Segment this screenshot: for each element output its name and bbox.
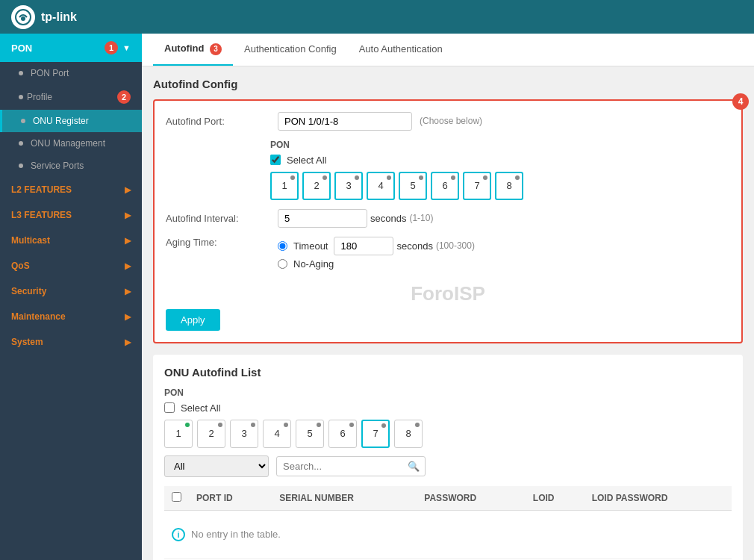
sidebar-category-maintenance-label: Maintenance	[11, 311, 66, 322]
interval-hint: (1-10)	[409, 213, 433, 223]
select-all-row: Select All	[270, 155, 730, 166]
sidebar-category-system[interactable]: System ▶	[0, 329, 142, 355]
pon-btn-7[interactable]: 7	[463, 172, 491, 200]
autofind-interval-input[interactable]	[278, 209, 367, 228]
autofind-port-input[interactable]	[278, 112, 412, 131]
pon-btn-8[interactable]: 8	[495, 172, 523, 200]
select-all-label: Select All	[287, 155, 326, 166]
autofind-port-label: Autofind Port:	[166, 116, 270, 127]
filter-select[interactable]: All	[164, 455, 269, 477]
search-icon: 🔍	[408, 461, 420, 472]
tab-auth-config-label: Authentication Config	[244, 43, 337, 55]
timeout-unit: seconds	[396, 240, 432, 252]
table-no-entry-row: i No entry in the table.	[164, 510, 732, 559]
onu-pon-btn-2[interactable]: 2	[197, 420, 225, 448]
sidebar-badge-pon: 1	[105, 41, 118, 55]
pon-buttons-group: 1 2 3 4 5 6 7 8	[270, 172, 730, 200]
onu-pon-btn-8[interactable]: 8	[394, 420, 423, 448]
autofind-config-title: Autofind Config	[153, 78, 743, 90]
sidebar-category-l3-label: L3 FEATURES	[11, 210, 72, 220]
sidebar-group-pon-label: PON	[11, 43, 32, 54]
svg-point-1	[21, 16, 25, 21]
header: tp-link	[0, 0, 754, 34]
l3-chevron-icon: ▶	[125, 211, 131, 220]
autofind-config-box: 4 Autofind Port: (Choose below) PON Sele…	[153, 99, 743, 343]
autofind-interval-row: Autofind Interval: seconds (1-10)	[166, 209, 730, 228]
onu-pon-buttons: 1 2 3 4 5 6 7 8	[164, 420, 732, 448]
onu-list-section: ONU Autofind List PON Select All 1 2 3 4…	[153, 355, 743, 561]
sidebar-category-multicast[interactable]: Multicast ▶	[0, 228, 142, 253]
sidebar-category-l2-label: L2 FEATURES	[11, 184, 72, 195]
search-wrap: 🔍	[276, 456, 426, 476]
pon-btn-1[interactable]: 1	[270, 172, 299, 200]
system-chevron-icon: ▶	[125, 337, 131, 347]
sidebar-item-onu-register-label: ONU Register	[33, 116, 89, 126]
tab-autofind[interactable]: Autofind 3	[153, 34, 233, 66]
pon-btn-3[interactable]: 3	[334, 172, 363, 200]
watermark-area: ForoISP	[166, 279, 730, 309]
pon-btn-2[interactable]: 2	[302, 172, 331, 200]
no-aging-label: No-Aging	[293, 258, 334, 270]
onu-pon-btn-4[interactable]: 4	[263, 420, 291, 448]
no-aging-radio[interactable]	[278, 259, 287, 269]
sidebar-category-security[interactable]: Security ▶	[0, 279, 142, 304]
aging-time-label: Aging Time:	[166, 237, 270, 248]
tab-auto-auth[interactable]: Auto Authentication	[348, 34, 454, 65]
onu-pon-btn-7[interactable]: 7	[361, 420, 390, 448]
table-select-all-checkbox[interactable]	[172, 492, 181, 502]
table-header-row: PORT ID SERIAL NUMBER PASSWORD LOID LOID…	[164, 486, 732, 511]
tab-auth-config[interactable]: Authentication Config	[233, 34, 348, 65]
onu-pon-btn-1[interactable]: 1	[164, 420, 193, 448]
timeout-radio[interactable]	[278, 241, 287, 251]
onu-select-all-checkbox[interactable]	[164, 402, 175, 413]
col-password: PASSWORD	[417, 486, 525, 511]
onu-pon-btn-6[interactable]: 6	[328, 420, 357, 448]
sidebar-category-l3[interactable]: L3 FEATURES ▶	[0, 202, 142, 228]
pon-btn-6[interactable]: 6	[431, 172, 459, 200]
bullet-icon	[19, 164, 23, 168]
sidebar-item-pon-port[interactable]: PON Port	[0, 62, 142, 84]
bullet-icon	[19, 71, 23, 75]
l2-chevron-icon: ▶	[125, 185, 131, 195]
sidebar-item-onu-management[interactable]: ONU Management	[0, 132, 142, 155]
sidebar-item-onu-management-label: ONU Management	[31, 138, 105, 149]
sidebar-item-profile[interactable]: Profile 2	[0, 84, 142, 110]
onu-pon-label: PON	[164, 388, 732, 398]
security-chevron-icon: ▶	[125, 287, 131, 296]
timeout-row: Timeout seconds (100-300)	[278, 237, 475, 255]
timeout-input[interactable]	[334, 237, 393, 255]
onu-table: PORT ID SERIAL NUMBER PASSWORD LOID LOID…	[164, 486, 732, 559]
multicast-chevron-icon: ▶	[125, 236, 131, 246]
config-box-badge: 4	[732, 93, 749, 110]
interval-unit: seconds	[370, 213, 406, 224]
logo: tp-link	[11, 5, 77, 29]
select-all-checkbox[interactable]	[270, 155, 281, 165]
timeout-label: Timeout	[293, 240, 328, 252]
sidebar-category-l2[interactable]: L2 FEATURES ▶	[0, 177, 142, 202]
sidebar-item-service-ports[interactable]: Service Ports	[0, 155, 142, 177]
onu-pon-btn-5[interactable]: 5	[296, 420, 324, 448]
pon-btn-5[interactable]: 5	[399, 172, 427, 200]
bullet-icon	[19, 141, 23, 146]
no-aging-row: No-Aging	[278, 258, 475, 270]
sidebar-category-qos[interactable]: QoS ▶	[0, 253, 142, 279]
no-entry-text: No entry in the table.	[191, 529, 281, 540]
search-input[interactable]	[276, 456, 426, 476]
onu-list-title: ONU Autofind List	[164, 366, 732, 379]
logo-icon	[11, 5, 35, 29]
pon-btn-4[interactable]: 4	[367, 172, 395, 200]
sidebar-group-pon[interactable]: PON 1 ▼	[0, 34, 142, 62]
maintenance-chevron-icon: ▶	[125, 312, 131, 322]
tab-autofind-label: Autofind	[164, 43, 204, 54]
watermark-text: ForoISP	[411, 282, 485, 305]
onu-pon-btn-3[interactable]: 3	[230, 420, 258, 448]
sidebar-category-qos-label: QoS	[11, 261, 30, 271]
sidebar-item-onu-register[interactable]: ONU Register	[0, 110, 142, 132]
sidebar-category-maintenance[interactable]: Maintenance ▶	[0, 304, 142, 329]
no-entry-message: i No entry in the table.	[172, 517, 724, 553]
sidebar-item-profile-label: Profile	[27, 92, 52, 102]
apply-button[interactable]: Apply	[166, 309, 220, 331]
aging-rows: Timeout seconds (100-300) No-Aging	[278, 237, 475, 270]
aging-time-row: Aging Time: Timeout seconds (100-300)	[166, 237, 730, 270]
bullet-icon	[21, 119, 25, 123]
